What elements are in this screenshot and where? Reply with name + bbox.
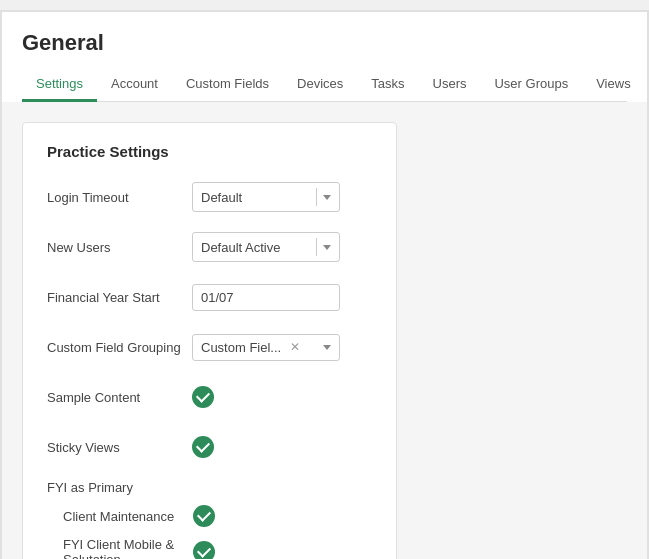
sample-content-label: Sample Content — [47, 390, 192, 405]
new-users-row: New Users Default Active — [47, 230, 372, 264]
custom-field-grouping-label: Custom Field Grouping — [47, 340, 192, 355]
page-header: General Settings Account Custom Fields D… — [2, 12, 647, 102]
tab-account[interactable]: Account — [97, 68, 172, 102]
sample-content-check[interactable] — [192, 386, 214, 408]
custom-field-grouping-select[interactable]: Custom Fiel... ✕ — [192, 334, 340, 361]
financial-year-start-input[interactable] — [192, 284, 340, 311]
login-timeout-select[interactable]: Default — [192, 182, 340, 212]
financial-year-start-control — [192, 284, 372, 311]
tab-devices[interactable]: Devices — [283, 68, 357, 102]
tab-views[interactable]: Views — [582, 68, 644, 102]
divider — [316, 238, 317, 256]
chevron-down-icon — [323, 245, 331, 250]
login-timeout-control: Default — [192, 182, 372, 212]
fyi-header: FYI as Primary — [47, 480, 372, 495]
financial-year-start-row: Financial Year Start — [47, 280, 372, 314]
tab-users[interactable]: Users — [419, 68, 481, 102]
card-title: Practice Settings — [47, 143, 372, 160]
sticky-views-label: Sticky Views — [47, 440, 192, 455]
tab-user-groups[interactable]: User Groups — [480, 68, 582, 102]
sticky-views-row: Sticky Views — [47, 430, 372, 464]
sample-content-row: Sample Content — [47, 380, 372, 414]
new-users-control: Default Active — [192, 232, 372, 262]
sample-content-control — [192, 386, 372, 408]
divider — [316, 188, 317, 206]
fyi-section: FYI as Primary Client Maintenance FYI Cl… — [47, 480, 372, 559]
sticky-views-check[interactable] — [192, 436, 214, 458]
login-timeout-row: Login Timeout Default — [47, 180, 372, 214]
chevron-down-icon — [323, 345, 331, 350]
new-users-label: New Users — [47, 240, 192, 255]
fyi-client-maintenance-check[interactable] — [193, 505, 215, 527]
fyi-client-maintenance-label: Client Maintenance — [63, 509, 193, 524]
custom-field-grouping-row: Custom Field Grouping Custom Fiel... ✕ — [47, 330, 372, 364]
app-window: General Settings Account Custom Fields D… — [0, 10, 649, 559]
clear-icon[interactable]: ✕ — [290, 340, 300, 354]
custom-field-grouping-value: Custom Fiel... — [201, 340, 281, 355]
new-users-select[interactable]: Default Active — [192, 232, 340, 262]
tab-tasks[interactable]: Tasks — [357, 68, 418, 102]
sticky-views-control — [192, 436, 372, 458]
page-title: General — [22, 30, 627, 56]
custom-field-grouping-control: Custom Fiel... ✕ — [192, 334, 372, 361]
financial-year-start-label: Financial Year Start — [47, 290, 192, 305]
tab-custom-fields[interactable]: Custom Fields — [172, 68, 283, 102]
login-timeout-value: Default — [201, 190, 310, 205]
new-users-value: Default Active — [201, 240, 310, 255]
login-timeout-label: Login Timeout — [47, 190, 192, 205]
tabs-bar: Settings Account Custom Fields Devices T… — [22, 68, 627, 102]
chevron-down-icon — [323, 195, 331, 200]
fyi-client-maintenance-row: Client Maintenance — [47, 505, 372, 527]
fyi-client-mobile-label: FYI Client Mobile & Salutation — [63, 537, 193, 559]
content-area: Practice Settings Login Timeout Default … — [2, 102, 647, 559]
fyi-client-mobile-row: FYI Client Mobile & Salutation — [47, 537, 372, 559]
settings-card: Practice Settings Login Timeout Default … — [22, 122, 397, 559]
fyi-client-mobile-check[interactable] — [193, 541, 215, 559]
tab-settings[interactable]: Settings — [22, 68, 97, 102]
